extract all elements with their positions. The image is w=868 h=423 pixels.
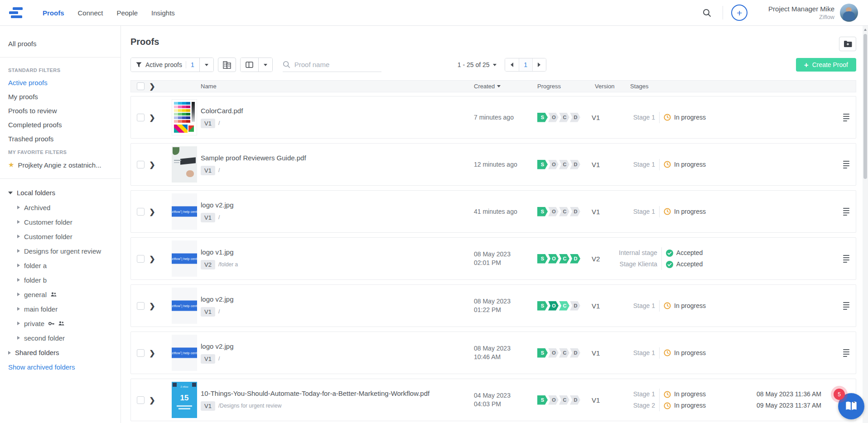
current-page-button[interactable]: 1 [519,58,532,71]
row-menu-icon[interactable] [843,161,850,168]
sidebar-folder-designs-for-urgent-review[interactable]: Designs for urgent review [0,244,121,258]
show-archived-folders-link[interactable]: Show archived folders [0,360,121,374]
column-header-name[interactable]: Name [201,83,474,90]
proof-row[interactable]: ❯Ƶ ziflow˚| help centerlogo v2.jpgV1/08 … [130,284,856,327]
sidebar-folder-customer-folder[interactable]: Customer folder [0,215,121,229]
proof-path[interactable]: / [218,214,220,221]
next-page-button[interactable] [532,58,546,71]
proof-name[interactable]: ColorCard.pdf [201,107,474,115]
sidebar-folder-folder-a[interactable]: folder a [0,258,121,273]
proof-row[interactable]: ❯Ƶ ziflow˚| help centerlogo v2.jpgV1/41 … [130,190,856,233]
proof-thumbnail[interactable]: Ƶ ziflow˚| help center [172,193,197,230]
row-menu-icon[interactable] [843,255,850,263]
column-header-version[interactable]: Version [592,83,619,90]
pagination-range-dropdown[interactable]: 1 - 25 of 25 [458,61,497,68]
row-menu-icon[interactable] [843,208,850,216]
help-center-button[interactable]: 5 [838,393,864,419]
new-folder-button[interactable] [839,37,856,51]
expand-row-chevron-icon[interactable]: ❯ [149,160,155,169]
column-header-progress[interactable]: Progress [537,83,592,90]
proof-thumbnail[interactable]: Ƶ ziflow˚| help center [172,240,197,277]
row-checkbox[interactable] [137,349,145,357]
expand-row-chevron-icon[interactable]: ❯ [149,255,155,263]
sidebar-folder-second-folder[interactable]: second folder [0,331,121,345]
nav-item-connect[interactable]: Connect [78,9,103,17]
sidebar-folder-folder-b[interactable]: folder b [0,273,121,287]
proof-name[interactable]: logo v2.jpg [201,295,474,303]
sidebar-item-all-proofs[interactable]: All proofs [0,37,121,51]
sidebar-item-shared-folders[interactable]: Shared folders [0,345,121,360]
scrollbar-thumb[interactable] [863,34,867,179]
add-new-button[interactable]: + [731,5,747,21]
nav-item-proofs[interactable]: Proofs [43,9,64,17]
row-menu-icon[interactable] [843,114,850,121]
proof-name[interactable]: Sample proof Reviewers Guide.pdf [201,154,474,162]
row-checkbox[interactable] [137,208,145,216]
columns-view-button[interactable] [241,58,258,72]
sidebar-folder-archived[interactable]: Archived [0,200,121,215]
row-checkbox[interactable] [137,114,145,121]
proof-row[interactable]: ❯Sample proof Reviewers Guide.pdfV1/12 m… [130,143,856,186]
filter-button[interactable]: Active proofs 1 [131,58,199,72]
sidebar-item-local-folders[interactable]: Local folders [0,185,121,200]
select-all-checkbox[interactable] [137,82,145,90]
proof-row[interactable]: ❯Z ziflow1510-Things-You-Should-Automate… [130,379,856,421]
proof-path[interactable]: /Designs for urgent review [218,403,281,409]
sidebar-item-my-proofs[interactable]: My proofs [0,90,121,104]
proof-row[interactable]: ❯Ƶ ziflow˚| help centerlogo v2.jpgV1/08 … [130,332,856,374]
sidebar-folder-main-folder[interactable]: main folder [0,302,121,316]
proof-row[interactable]: ❯ColorCard.pdfV1/7 minutes agoSOCDV1Stag… [130,96,856,139]
sidebar-folder-general[interactable]: general [0,287,121,302]
sidebar-folder-private[interactable]: private [0,316,121,331]
nav-item-people[interactable]: People [116,9,138,17]
search-input[interactable] [294,61,376,68]
proof-name[interactable]: logo v1.jpg [201,248,474,256]
proof-thumbnail[interactable]: Ƶ ziflow˚| help center [172,288,197,324]
sidebar-item-favorite-filter[interactable]: ★ Projkety Angie z ostatnich... [0,158,121,172]
ziflow-logo-icon[interactable] [9,6,24,19]
proof-path[interactable]: /folder a [218,261,238,268]
view-dropdown-button[interactable] [258,58,272,72]
nav-item-insights[interactable]: Insights [151,9,175,17]
group-by-folder-button[interactable] [218,58,236,72]
sidebar-folder-customer-folder[interactable]: Customer folder [0,229,121,244]
sidebar-item-active-proofs[interactable]: Active proofs [0,76,121,90]
proof-name[interactable]: logo v2.jpg [201,201,474,209]
row-checkbox[interactable] [137,302,145,310]
sidebar-item-proofs-to-review[interactable]: Proofs to review [0,104,121,118]
expand-row-chevron-icon[interactable]: ❯ [149,302,155,310]
row-menu-icon[interactable] [843,302,850,310]
expand-row-chevron-icon[interactable]: ❯ [149,396,155,404]
prev-page-button[interactable] [505,58,519,71]
sidebar-item-completed-proofs[interactable]: Completed proofs [0,118,121,132]
proof-path[interactable]: / [218,308,220,315]
page-scrollbar[interactable] [863,26,868,423]
proof-thumbnail[interactable] [172,99,197,135]
proof-thumbnail[interactable] [172,146,197,183]
expand-row-chevron-icon[interactable]: ❯ [149,113,155,122]
proof-row[interactable]: ❯Ƶ ziflow˚| help centerlogo v1.jpgV2/fol… [130,237,856,280]
search-icon[interactable] [699,5,714,20]
sidebar-item-trashed-proofs[interactable]: Trashed proofs [0,132,121,146]
row-menu-icon[interactable] [843,349,850,357]
expand-all-chevron-icon[interactable]: ❯ [149,82,155,91]
column-header-stages[interactable]: Stages [619,83,837,90]
proof-name[interactable]: logo v2.jpg [201,342,474,350]
expand-row-chevron-icon[interactable]: ❯ [149,207,155,216]
row-checkbox[interactable] [137,161,145,168]
column-header-created[interactable]: Created [474,83,537,90]
create-proof-button[interactable]: + Create Proof [796,58,856,72]
row-checkbox[interactable] [137,396,145,404]
proof-path[interactable]: / [218,167,220,173]
avatar[interactable] [840,4,858,22]
proof-thumbnail[interactable]: Z ziflow15 [172,382,197,418]
proof-name[interactable]: 10-Things-You-Should-Automate-Today-for-… [201,389,474,397]
filter-dropdown-button[interactable] [199,58,213,72]
proof-path[interactable]: / [218,120,220,126]
proof-path[interactable]: / [218,356,220,362]
row-checkbox[interactable] [137,255,145,263]
proof-thumbnail[interactable]: Ƶ ziflow˚| help center [172,335,197,371]
expand-row-chevron-icon[interactable]: ❯ [149,349,155,357]
scroll-up-icon[interactable] [864,29,867,31]
user-menu[interactable]: Project Manager Mike Ziflow [768,4,858,22]
